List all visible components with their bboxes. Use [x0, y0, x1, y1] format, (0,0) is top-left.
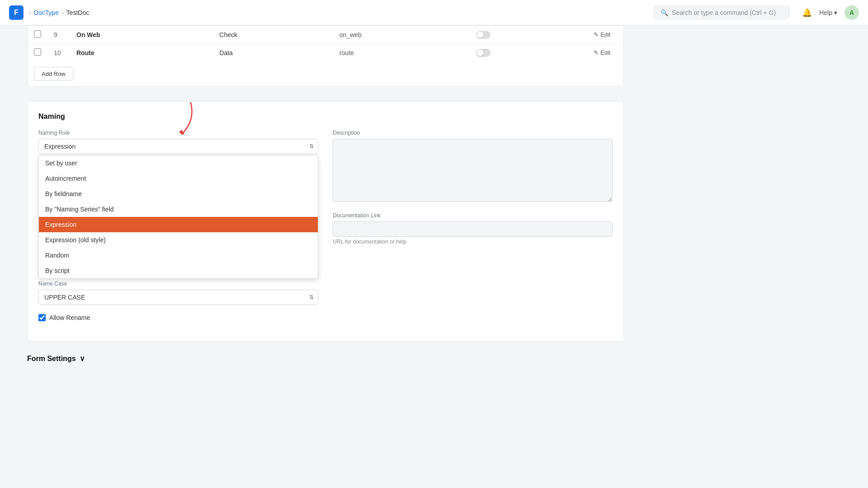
- row-toggle-cell: [470, 26, 497, 44]
- name-case-select[interactable]: UPPER CASE Title Case lower case: [38, 290, 318, 305]
- table-row: 9 On Web Check on_web ✎ Edit: [28, 26, 623, 44]
- breadcrumb-testdoc[interactable]: TestDoc: [66, 9, 90, 16]
- chevron-right-icon-2: ›: [61, 9, 64, 16]
- naming-rule-dropdown[interactable]: Set by userAutoincrementBy fieldnameBy "…: [38, 155, 318, 279]
- dropdown-item[interactable]: Expression (old style): [39, 232, 318, 248]
- app-logo[interactable]: F: [9, 5, 24, 20]
- data-table: 9 On Web Check on_web ✎ Edit 10 Route Da…: [28, 26, 623, 61]
- allow-rename-label[interactable]: Allow Rename: [38, 314, 318, 321]
- search-icon: 🔍: [660, 9, 668, 16]
- bell-icon[interactable]: 🔔: [802, 8, 812, 18]
- row-checkbox-cell: [28, 44, 47, 62]
- description-label: Description: [333, 130, 613, 136]
- row-fieldname: route: [333, 44, 470, 62]
- dropdown-item[interactable]: Random: [39, 248, 318, 263]
- row-type: Data: [213, 44, 333, 62]
- pencil-icon: ✎: [594, 49, 599, 56]
- help-button[interactable]: Help ▾: [819, 9, 837, 16]
- avatar[interactable]: A: [844, 5, 859, 20]
- documentation-link-hint: URL for documentation or help: [333, 239, 613, 245]
- main-content: 9 On Web Check on_web ✎ Edit 10 Route Da…: [0, 25, 651, 394]
- breadcrumb: › DocType › TestDoc: [29, 9, 89, 16]
- name-case-label: Name Case: [38, 281, 318, 287]
- form-settings-title: Form Settings: [27, 355, 76, 363]
- description-textarea[interactable]: [333, 139, 613, 202]
- row-toggle[interactable]: [476, 31, 491, 39]
- dropdown-item[interactable]: By script: [39, 263, 318, 278]
- row-label: Route: [70, 44, 213, 62]
- chevron-down-icon: ▾: [834, 9, 837, 16]
- documentation-link-group: Documentation Link URL for documentation…: [333, 212, 613, 245]
- naming-section: Naming Naming Rule Expression Set by use…: [27, 101, 624, 342]
- naming-rule-label: Naming Rule: [38, 130, 318, 136]
- dropdown-item[interactable]: Autoincrement: [39, 171, 318, 186]
- form-settings-header[interactable]: Form Settings ∨: [27, 354, 624, 366]
- dropdown-item[interactable]: Expression: [39, 217, 318, 232]
- row-num: 10: [47, 44, 70, 62]
- table-row: 10 Route Data route ✎ Edit: [28, 44, 623, 62]
- row-fieldname: on_web: [333, 26, 470, 44]
- naming-form-row: Naming Rule Expression Set by user Autoi…: [38, 130, 613, 321]
- row-type: Check: [213, 26, 333, 44]
- allow-rename-checkbox[interactable]: [38, 314, 46, 321]
- add-row-button[interactable]: Add Row: [34, 67, 73, 81]
- row-checkbox[interactable]: [34, 48, 41, 56]
- top-navigation: F › DocType › TestDoc 🔍 Search or type a…: [0, 0, 868, 25]
- dropdown-item[interactable]: By "Naming Series" field: [39, 202, 318, 217]
- row-action-cell: ✎ Edit: [587, 26, 623, 44]
- chevron-right-icon: ›: [29, 9, 31, 16]
- naming-rule-select[interactable]: Expression Set by user Autoincrement By …: [38, 139, 318, 154]
- breadcrumb-doctype[interactable]: DocType: [34, 9, 59, 16]
- documentation-link-input[interactable]: [333, 221, 613, 237]
- naming-rule-select-wrapper: Expression Set by user Autoincrement By …: [38, 139, 318, 154]
- naming-rule-wrapper: Expression Set by user Autoincrement By …: [38, 139, 318, 154]
- naming-left-col: Naming Rule Expression Set by user Autoi…: [38, 130, 318, 321]
- allow-rename-group: Allow Rename: [38, 314, 318, 321]
- dropdown-item[interactable]: By fieldname: [39, 186, 318, 202]
- row-num: 9: [47, 26, 70, 44]
- fields-table: 9 On Web Check on_web ✎ Edit 10 Route Da…: [27, 25, 624, 87]
- row-toggle[interactable]: [476, 49, 491, 57]
- name-case-select-wrapper: UPPER CASE Title Case lower case ⇅: [38, 290, 318, 305]
- dropdown-item[interactable]: Set by user: [39, 155, 318, 171]
- naming-right-col: Description Documentation Link URL for d…: [333, 130, 613, 245]
- row-action-cell: ✎ Edit: [587, 44, 623, 62]
- row-edit-link[interactable]: ✎ Edit: [594, 49, 617, 56]
- topnav-right: 🔔 Help ▾ A: [802, 5, 859, 20]
- row-edit-link[interactable]: ✎ Edit: [594, 31, 617, 38]
- documentation-link-label: Documentation Link: [333, 212, 613, 219]
- pencil-icon: ✎: [594, 31, 599, 38]
- row-label: On Web: [70, 26, 213, 44]
- name-case-group: Name Case UPPER CASE Title Case lower ca…: [38, 281, 318, 305]
- row-checkbox-cell: [28, 26, 47, 44]
- row-toggle-cell: [470, 44, 497, 62]
- search-bar[interactable]: 🔍 Search or type a command (Ctrl + G): [654, 6, 789, 19]
- chevron-down-icon-form: ∨: [80, 354, 85, 363]
- search-placeholder: Search or type a command (Ctrl + G): [672, 9, 776, 16]
- naming-title: Naming: [38, 113, 613, 121]
- row-checkbox[interactable]: [34, 30, 41, 38]
